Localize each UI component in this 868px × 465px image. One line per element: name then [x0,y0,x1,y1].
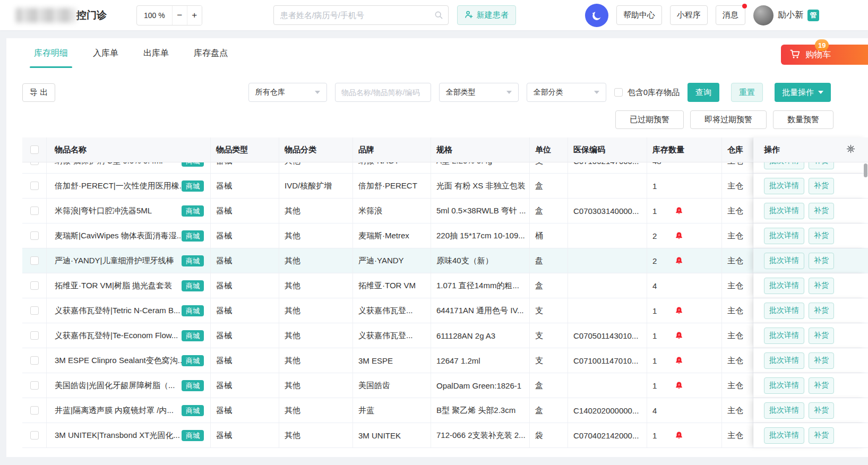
restock-button[interactable]: 补货 [809,278,834,294]
item-qty-cell: 1 [647,174,722,198]
row-actions: 批次详情 补货 [753,373,868,398]
cart-button[interactable]: 购物车 19 [781,45,868,65]
row-checkbox[interactable] [30,356,39,365]
table-row[interactable]: 义获嘉伟瓦登特|Tetric N-Ceram B... 商城 器械 其他 义获嘉… [22,298,868,323]
row-actions: 批次详情 补货 [753,423,868,447]
batch-detail-button[interactable]: 批次详情 [764,352,804,369]
messages-button[interactable]: 消息 [716,5,745,25]
warehouse-select[interactable]: 所有仓库 [248,83,327,102]
table-row[interactable]: 米筛浪|弯针口腔冲洗器5ML 商城 器械 其他 米筛浪 5ml 0.5×38RW… [22,199,868,223]
user-group[interactable]: 励小新 管 [753,5,819,25]
item-qty-cell: 2 [647,223,722,248]
mini-program-button[interactable]: 小程序 [670,5,708,25]
batch-detail-button[interactable]: 批次详情 [764,228,804,244]
table-row[interactable]: 拓维亚·TOR VM|树脂 抛光盘套装 商城 器械 其他 拓维亚·TOR VM … [22,273,868,298]
table-row[interactable]: 严迪·YANDY|儿童细滑护理牙线棒 商城 器械 其他 严迪·YANDY 原味4… [22,248,868,273]
table-row[interactable]: 倍加舒·PERECT|一次性使用医用橡... 商城 器械 IVD/核酸扩增 倍加… [22,174,868,199]
item-type: 器械 [211,298,279,323]
item-qty-cell: 1 [647,199,722,223]
query-button[interactable]: 查询 [687,83,719,102]
item-type: 器械 [211,223,279,248]
tab-库存明细[interactable]: 库存明细 [34,38,68,68]
restock-button[interactable]: 补货 [809,328,834,344]
restock-button[interactable]: 补货 [809,178,834,194]
row-checkbox[interactable] [30,182,39,190]
stock-alarm-icon [675,206,683,216]
row-checkbox[interactable] [30,281,39,290]
batch-detail-button[interactable]: 批次详情 [764,278,804,294]
category-select[interactable]: 全部分类 [527,83,606,102]
restock-button[interactable]: 补货 [809,203,834,219]
restock-button[interactable]: 补货 [809,402,834,419]
row-checkbox[interactable] [30,306,39,315]
table-row[interactable]: 麦瑞斯|CaviWipes 物体表面消毒湿... 商城 器械 其他 麦瑞斯·Me… [22,223,868,248]
item-spec: 5ml 0.5×38RWLB 弯针 ... [431,199,530,223]
table-row[interactable]: 井蓝|隔离透声膜 内窥镜封罩 /内... 商城 器械 其他 井蓝 B型 聚乙烯 … [22,398,868,423]
restock-button[interactable]: 补货 [809,303,834,319]
batch-detail-button[interactable]: 批次详情 [764,253,804,269]
tab-入库单[interactable]: 入库单 [93,38,118,68]
gear-icon[interactable] [846,144,855,155]
table-row[interactable]: 义获嘉伟瓦登特|Te-Econom Flow... 商城 器械 其他 义获嘉伟瓦… [22,323,868,348]
reset-button[interactable]: 重置 [731,83,763,102]
expiring-warning-button[interactable]: 即将过期预警 [690,110,767,129]
item-brand: 3M ESPE [353,348,431,373]
zero-stock-filter[interactable]: 包含0库存物品 [614,88,680,98]
batch-detail-button[interactable]: 批次详情 [764,328,804,344]
restock-button[interactable]: 补货 [809,253,834,269]
export-button[interactable]: 导 出 [22,83,55,102]
batch-detail-button[interactable]: 批次详情 [764,303,804,319]
restock-button[interactable]: 补货 [809,352,834,369]
batch-operations-button[interactable]: 批量操作 [775,83,831,102]
item-badge: 商城 [182,162,204,167]
batch-detail-button[interactable]: 批次详情 [764,203,804,219]
restock-button[interactable]: 补货 [809,162,834,169]
batch-detail-button[interactable]: 批次详情 [764,178,804,194]
row-checkbox[interactable] [30,406,39,415]
inventory-table: 物品名称 物品类型 物品分类 品牌 规格 单位 医保编码 库存数量 仓库 操作 [22,137,868,457]
tab-label: 出库单 [143,48,169,59]
item-type: 器械 [211,248,279,273]
table-row[interactable]: 美国皓齿|光固化牙龈屏障树脂（... 商城 器械 其他 美国皓齿 OpalDam… [22,373,868,398]
restock-button[interactable]: 补货 [809,427,834,444]
row-actions: 批次详情 补货 [753,174,868,198]
row-select-cell [22,199,47,223]
batch-detail-button[interactable]: 批次详情 [764,162,804,169]
zoom-in-button[interactable]: + [187,6,202,25]
row-checkbox[interactable] [30,231,39,240]
row-checkbox[interactable] [30,256,39,265]
restock-button[interactable]: 补货 [809,228,834,244]
batch-detail-button[interactable]: 批次详情 [764,402,804,419]
quantity-warning-button[interactable]: 数量预警 [773,110,833,129]
item-search-input[interactable] [335,83,431,102]
item-code: C070402142000... [568,423,647,447]
new-patient-button[interactable]: 新建患者 [457,5,516,25]
row-checkbox[interactable] [30,381,39,390]
item-name-cell: 3M ESPE Clinpro Sealant变色窝沟... 商城 [47,348,211,373]
row-checkbox[interactable] [30,206,39,215]
vertical-scrollbar-thumb[interactable] [864,163,867,177]
batch-detail-button[interactable]: 批次详情 [764,377,804,394]
zero-stock-checkbox[interactable] [614,88,623,97]
select-all-checkbox[interactable] [30,145,39,154]
avatar[interactable] [753,5,774,25]
help-center-button[interactable]: 帮助中心 [616,5,662,25]
batch-detail-button[interactable]: 批次详情 [764,427,804,444]
table-row[interactable]: 3M UNITEK|Transbond XT光固化... 商城 器械 其他 3M… [22,423,868,448]
warning-row: 已过期预警 即将过期预警 数量预警 [6,102,868,129]
patient-search-input[interactable] [273,5,449,25]
tab-出库单[interactable]: 出库单 [143,38,169,68]
row-checkbox[interactable] [30,162,39,165]
row-checkbox[interactable] [30,331,39,340]
item-unit: 支 [530,323,568,348]
table-row[interactable]: 纳微 氟保护剂 C型 0.6% 0.4ml 商城 器械 其他 纳微·NAGT A… [22,162,868,174]
assistant-whale-icon[interactable] [585,4,608,27]
row-checkbox[interactable] [30,431,39,440]
zoom-out-button[interactable]: − [172,6,187,25]
table-row[interactable]: 3M ESPE Clinpro Sealant变色窝沟... 商城 器械 其他 … [22,348,868,373]
item-name: 米筛浪|弯针口腔冲洗器5ML [55,206,152,216]
restock-button[interactable]: 补货 [809,377,834,394]
tab-库存盘点[interactable]: 库存盘点 [194,38,228,68]
expired-warning-button[interactable]: 已过期预警 [615,110,684,129]
type-select[interactable]: 全部类型 [439,83,519,102]
